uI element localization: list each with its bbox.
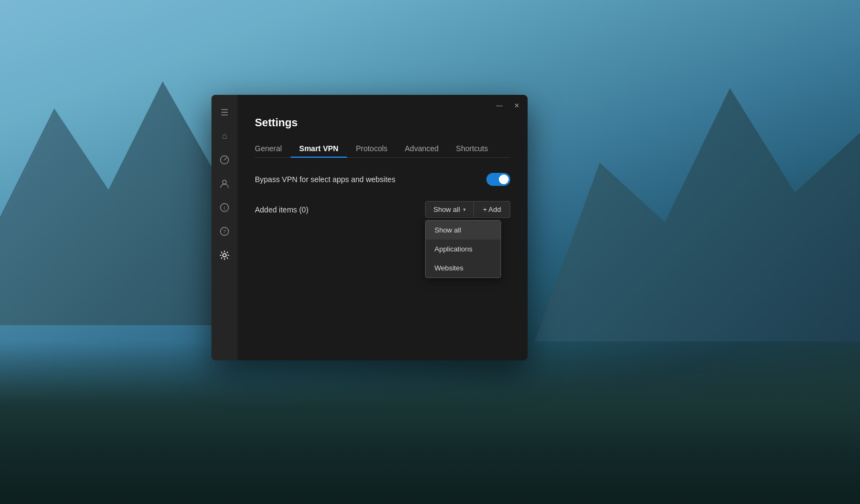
- sidebar-item-settings[interactable]: [214, 244, 235, 266]
- bypass-toggle-switch[interactable]: [486, 173, 510, 186]
- svg-point-6: [223, 254, 226, 257]
- close-button[interactable]: ✕: [512, 101, 521, 110]
- window-controls: — ✕: [495, 101, 521, 110]
- dropdown-item-show-all[interactable]: Show all: [426, 221, 500, 240]
- app-window: ☰ ⌂ i ?: [211, 95, 528, 360]
- sidebar-item-speed[interactable]: [214, 149, 235, 171]
- sidebar-item-menu[interactable]: ☰: [214, 101, 235, 123]
- tab-protocols[interactable]: Protocols: [347, 140, 396, 157]
- sidebar-item-info[interactable]: i: [214, 197, 235, 218]
- show-all-dropdown-button[interactable]: Show all ▾: [425, 201, 474, 218]
- tab-smart-vpn[interactable]: Smart VPN: [291, 140, 347, 157]
- tab-general[interactable]: General: [255, 140, 291, 157]
- title-bar: — ✕: [238, 95, 528, 117]
- settings-title: Settings: [255, 117, 510, 129]
- added-items-label: Added items (0): [255, 205, 309, 214]
- filter-add-group: Show all ▾ + Add Show all Applications W…: [425, 201, 510, 218]
- added-items-row: Added items (0) Show all ▾ + Add Show al…: [255, 201, 510, 218]
- trees-decoration: [0, 341, 860, 504]
- main-content: — ✕ Settings General Smart VPN Protocols…: [238, 95, 528, 360]
- tab-advanced[interactable]: Advanced: [396, 140, 447, 157]
- filter-dropdown-menu: Show all Applications Websites: [425, 220, 501, 278]
- svg-text:?: ?: [223, 228, 226, 235]
- sidebar-item-home[interactable]: ⌂: [214, 125, 235, 147]
- dropdown-item-applications[interactable]: Applications: [426, 240, 500, 259]
- svg-text:i: i: [224, 205, 226, 211]
- tabs-container: General Smart VPN Protocols Advanced Sho…: [255, 140, 510, 158]
- sidebar: ☰ ⌂ i ?: [211, 95, 238, 360]
- bypass-toggle-label: Bypass VPN for select apps and websites: [255, 175, 395, 184]
- sidebar-item-profile[interactable]: [214, 173, 235, 195]
- svg-point-1: [223, 180, 227, 184]
- add-button[interactable]: + Add: [474, 201, 510, 218]
- settings-body: Settings General Smart VPN Protocols Adv…: [238, 117, 528, 360]
- dropdown-item-websites[interactable]: Websites: [426, 259, 500, 277]
- bypass-toggle-row: Bypass VPN for select apps and websites: [255, 173, 510, 186]
- sidebar-item-help[interactable]: ?: [214, 221, 235, 242]
- show-all-label: Show all: [433, 205, 460, 214]
- tab-shortcuts[interactable]: Shortcuts: [447, 140, 497, 157]
- minimize-button[interactable]: —: [495, 101, 504, 110]
- chevron-down-icon: ▾: [463, 206, 466, 212]
